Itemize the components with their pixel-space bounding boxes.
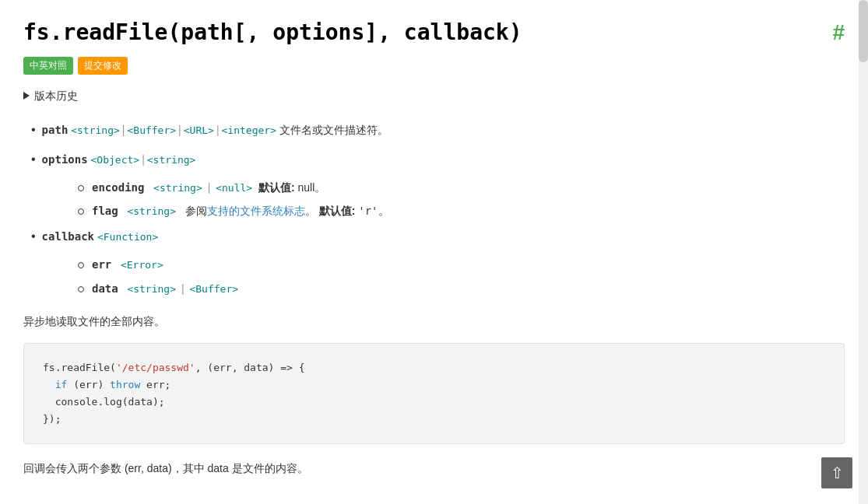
cn-en-badge[interactable]: 中英对照 bbox=[23, 57, 73, 75]
options-sub-list: encoding <string> | <null> 默认值: null。 fl… bbox=[78, 179, 845, 221]
param-path-type3: <URL> bbox=[184, 123, 214, 139]
scrollbar[interactable] bbox=[859, 0, 868, 504]
circle-bullet bbox=[78, 286, 84, 292]
code-kw-if: if bbox=[55, 379, 68, 390]
param-path-type1: <string> bbox=[71, 123, 120, 139]
sub-encoding-name: encoding bbox=[92, 181, 144, 194]
flag-link[interactable]: 支持的文件系统标志 bbox=[207, 205, 305, 217]
sub-flag-desc: 参阅支持的文件系统标志。 默认值: 'r'。 bbox=[182, 205, 389, 217]
sub-encoding-default: 默认值: null。 bbox=[255, 181, 325, 194]
code-string: '/etc/passwd' bbox=[116, 362, 195, 373]
code-line-1: fs.readFile('/etc/passwd', (err, data) =… bbox=[43, 359, 825, 376]
sub-encoding: encoding <string> | <null> 默认值: null。 bbox=[78, 179, 845, 197]
code-line-3: console.log(data); bbox=[43, 394, 825, 411]
sub-data-name: data bbox=[92, 282, 118, 295]
param-options-type2: <string> bbox=[147, 152, 196, 169]
param-path: • path <string> | <Buffer> | <URL> | <in… bbox=[31, 120, 845, 140]
sep: | bbox=[142, 151, 145, 168]
sub-encoding-type2: <null> bbox=[216, 182, 252, 194]
sub-err: err <Error> bbox=[78, 256, 845, 274]
page-title: fs.readFile(path[, options], callback) bbox=[23, 16, 522, 51]
circle-bullet bbox=[78, 185, 84, 191]
code-func-name: fs.readFile( bbox=[43, 362, 116, 373]
param-callback-name: callback bbox=[42, 228, 94, 245]
sub-flag-type: <string> bbox=[127, 205, 176, 217]
sub-data: data <string> | <Buffer> bbox=[78, 280, 845, 298]
sep: | bbox=[216, 121, 220, 138]
sep: | bbox=[208, 181, 214, 194]
triangle-icon bbox=[23, 92, 30, 100]
code-line-4: }); bbox=[43, 411, 825, 428]
bullet: • bbox=[31, 120, 36, 140]
param-path-desc: 文件名或文件描述符。 bbox=[279, 121, 388, 138]
scrollbar-thumb[interactable] bbox=[859, 0, 868, 62]
bullet: • bbox=[31, 149, 36, 170]
hash-icon[interactable]: # bbox=[832, 16, 845, 51]
callback-desc: 回调会传入两个参数 (err, data)，其中 data 是文件的内容。 bbox=[23, 460, 845, 477]
sub-err-type: <Error> bbox=[121, 259, 163, 271]
submit-badge[interactable]: 提交修改 bbox=[78, 57, 128, 75]
code-line-2: if (err) throw err; bbox=[43, 376, 825, 394]
param-path-type4: <integer> bbox=[222, 123, 276, 139]
version-history-toggle[interactable]: 版本历史 bbox=[23, 87, 845, 104]
sub-flag: flag <string> 参阅支持的文件系统标志。 默认值: 'r'。 bbox=[78, 202, 845, 220]
circle-bullet bbox=[78, 262, 84, 268]
param-path-name: path bbox=[42, 121, 69, 138]
params-list: • path <string> | <Buffer> | <URL> | <in… bbox=[31, 120, 845, 297]
sub-data-type1: <string> bbox=[127, 283, 176, 295]
code-console: console.log(data); bbox=[55, 396, 165, 408]
code-rest3: err; bbox=[140, 379, 170, 390]
version-history-label: 版本历史 bbox=[34, 87, 78, 104]
code-rest2: (err) bbox=[67, 379, 110, 390]
sep: | bbox=[178, 121, 181, 138]
description: 异步地读取文件的全部内容。 bbox=[23, 313, 845, 330]
param-callback-type: <Function> bbox=[97, 229, 158, 246]
param-path-type2: <Buffer> bbox=[127, 123, 176, 139]
sub-encoding-type1: <string> bbox=[153, 182, 202, 194]
sep: | bbox=[181, 282, 188, 295]
param-options: • options <Object> | <string> encoding <… bbox=[31, 149, 845, 220]
scroll-top-button[interactable]: ⇧ bbox=[821, 457, 852, 488]
code-block: fs.readFile('/etc/passwd', (err, data) =… bbox=[23, 343, 845, 444]
sep: | bbox=[122, 121, 125, 138]
code-kw-throw: throw bbox=[110, 379, 140, 390]
sub-data-type2: <Buffer> bbox=[189, 283, 238, 295]
circle-bullet bbox=[78, 208, 84, 215]
code-rest1: , (err, data) => { bbox=[195, 362, 305, 373]
param-options-name: options bbox=[42, 151, 88, 168]
callback-sub-list: err <Error> data <string> | <Buffer> bbox=[78, 256, 845, 298]
sub-flag-name: flag bbox=[92, 205, 118, 217]
bullet: • bbox=[31, 226, 36, 247]
param-options-type1: <Object> bbox=[91, 152, 140, 169]
sub-err-name: err bbox=[92, 258, 111, 271]
param-callback: • callback <Function> err <Error> bbox=[31, 226, 845, 297]
